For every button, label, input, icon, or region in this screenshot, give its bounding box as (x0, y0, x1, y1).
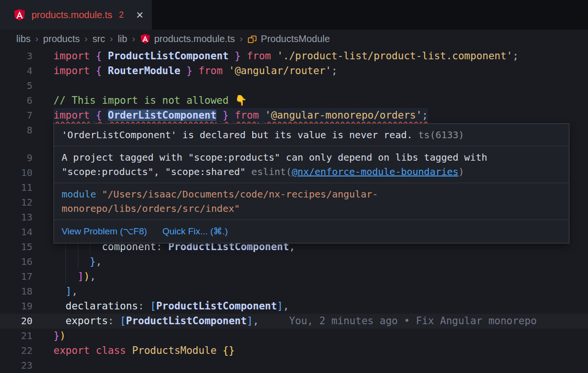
code-token: [ (150, 300, 156, 312)
code-token (271, 50, 277, 62)
breadcrumb-label: lib (118, 33, 127, 44)
code-token: { (96, 50, 102, 62)
code-token (102, 50, 108, 62)
code-token: ProductListComponent (108, 50, 229, 62)
code-token: You, 2 minutes ago • Fix Angular monorep… (259, 315, 537, 327)
code-token (53, 256, 90, 267)
line-number: 10 (0, 165, 32, 180)
code-content[interactable]: ], (53, 284, 78, 299)
line-number: 9 (0, 151, 32, 165)
code-line: 20 exports: [ProductListComponent], You,… (0, 314, 588, 329)
code-token: class (96, 345, 126, 356)
code-content[interactable]: import { OrderListComponent } from '@ang… (53, 108, 428, 123)
breadcrumb-separator-icon: › (35, 33, 39, 44)
breadcrumb-label: src (92, 33, 105, 44)
code-token: from (199, 65, 223, 77)
code-token: import (53, 50, 90, 62)
breadcrumb-item-products-module-ts[interactable]: products.module.ts (140, 33, 235, 44)
code-token: ] (277, 300, 283, 312)
breadcrumb-item-src[interactable]: src (92, 33, 105, 44)
breadcrumb-item-products[interactable]: products (43, 33, 80, 44)
hover-ts-message: 'OrderListComponent' is declared but its… (54, 124, 569, 146)
code-token: : (108, 315, 120, 327)
code-token: ] (65, 285, 72, 297)
code-token (181, 65, 187, 77)
breadcrumb-item-libs[interactable]: libs (16, 33, 31, 44)
tab-bar: products.module.ts 2 × (0, 0, 588, 30)
indent-guide (65, 254, 66, 269)
code-token (90, 110, 96, 121)
code-token: } (90, 256, 96, 267)
code-token: , (253, 315, 259, 327)
code-content[interactable]: export class ProductsModule {} (53, 343, 235, 358)
hover-message-text: 'OrderListComponent' is declared but its… (62, 129, 413, 141)
code-token: from (247, 50, 271, 62)
hover-eslint-message: A project tagged with "scope:products" c… (54, 146, 569, 183)
tab-title: products.module.ts (32, 10, 112, 21)
code-token (53, 300, 65, 312)
eslint-rule-link[interactable]: @nx/enforce-module-boundaries (292, 166, 459, 177)
hover-code-line: module "/Users/isaac/Documents/code/nx-r… (62, 187, 561, 201)
code-content[interactable]: ]), (53, 269, 96, 284)
code-line: 3import { ProductListComponent } from '.… (0, 49, 588, 64)
hover-code-line: monorepo/libs/orders/src/index" (62, 201, 561, 216)
code-token: ; (513, 50, 519, 62)
breadcrumb-separator-icon: › (84, 33, 88, 44)
code-line: 4import { RouterModule } from '@angular/… (0, 64, 588, 78)
line-number: 17 (0, 269, 32, 284)
code-token (216, 110, 223, 121)
line-number: 15 (0, 240, 32, 254)
code-token: } (186, 65, 192, 77)
tab-problems-badge: 2 (119, 10, 124, 20)
code-token (229, 110, 235, 121)
code-token: } (53, 330, 60, 341)
tab-close-button[interactable]: × (136, 9, 143, 21)
code-token: exports (65, 315, 108, 327)
code-content[interactable]: exports: [ProductListComponent], You, 2 … (53, 314, 537, 329)
code-token (223, 65, 229, 77)
code-token: ; (331, 65, 338, 77)
code-content[interactable]: import { RouterModule } from '@angular/r… (53, 64, 337, 78)
code-content[interactable]: }, (53, 254, 102, 269)
breadcrumb-item-lib[interactable]: lib (118, 33, 127, 44)
code-token: ProductListComponent (156, 300, 277, 312)
line-number: 14 (0, 225, 32, 240)
vscode-window: products.module.ts 2 × libs›products›src… (0, 0, 588, 373)
code-token: from (235, 110, 259, 121)
code-token: : (138, 300, 150, 312)
class-symbol-icon (247, 34, 257, 44)
line-number: 3 (0, 49, 32, 64)
diagnostic-hover: 'OrderListComponent' is declared but its… (53, 123, 569, 243)
code-content[interactable]: import { ProductListComponent } from './… (53, 49, 519, 64)
code-token: export (53, 345, 90, 356)
code-token: } (235, 50, 241, 62)
breadcrumb-label: products.module.ts (154, 33, 235, 44)
code-content[interactable]: }) (53, 329, 65, 343)
tab-products-module[interactable]: products.module.ts 2 × (0, 0, 152, 30)
code-token (90, 50, 96, 62)
view-problem-link[interactable]: View Problem (⌥F8) (62, 224, 147, 239)
code-token: ProductListComponent (126, 315, 247, 327)
code-token: ) (84, 271, 90, 282)
code-token (229, 50, 235, 62)
code-content[interactable]: declarations: [ProductListComponent], (53, 299, 289, 314)
angular-icon (13, 9, 26, 21)
code-line: 7import { OrderListComponent } from '@an… (0, 108, 588, 123)
code-token: [ (120, 315, 126, 327)
code-token: import (53, 110, 90, 121)
code-token: , (96, 256, 102, 267)
breadcrumb-separator-icon: › (131, 33, 135, 44)
code-token: { (96, 110, 102, 121)
code-line: 19 declarations: [ProductListComponent], (0, 299, 588, 314)
breadcrumb: libs›products›src›lib›products.module.ts… (0, 30, 588, 48)
code-token: './product-list/product-list.component' (277, 50, 513, 62)
code-content[interactable]: // This import is not allowed 👇 (53, 93, 247, 108)
code-line: 18 ], (0, 284, 588, 299)
breadcrumb-item-productsmodule[interactable]: ProductsModule (247, 33, 330, 44)
code-token (90, 65, 96, 77)
quick-fix-link[interactable]: Quick Fix... (⌘.) (162, 224, 228, 239)
line-number: 5 (0, 78, 32, 93)
line-number: 18 (0, 284, 32, 299)
code-token: declarations (65, 300, 138, 312)
line-number: 7 (0, 108, 32, 123)
